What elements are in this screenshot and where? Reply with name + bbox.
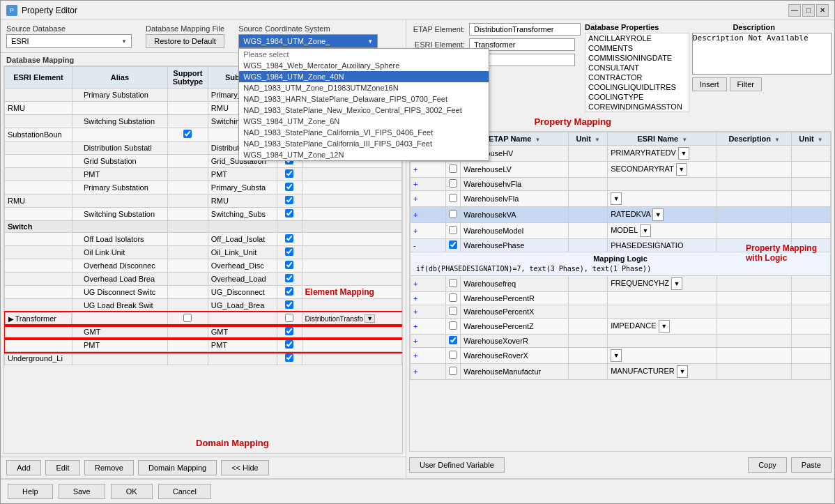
plus-icon[interactable]: + — [413, 165, 418, 174]
cell-ski — [277, 352, 302, 365]
cell-check — [446, 207, 461, 223]
source-db-dropdown[interactable]: ESRI ▼ — [6, 34, 132, 48]
cell-etap: WarehousePercentX — [461, 305, 569, 319]
transformer-row[interactable]: ▶ Transformer DistributionTransfo ▼ — [5, 312, 402, 326]
db-prop-ancillaryrole[interactable]: ANCILLARYROLE — [585, 33, 689, 43]
bottom-bar: Help Save OK Cancel — [1, 478, 834, 503]
coord-option-placeholder[interactable]: Please select — [239, 49, 489, 60]
prop-row: + WarehouseXoverR — [411, 335, 831, 348]
cell-unit — [569, 178, 608, 191]
coord-option-5[interactable]: NAD_1983_StatePlane_New_Mexico_Central_F… — [239, 105, 489, 116]
cell-alias: GMT — [72, 326, 167, 339]
db-prop-coolingliquid[interactable]: COOLINGLIQUIDLITRES — [585, 82, 689, 92]
filter-button[interactable]: Filter — [730, 77, 762, 91]
restore-default-button[interactable]: Restore to Default — [146, 34, 224, 48]
plus-icon[interactable]: + — [413, 194, 418, 203]
minus-icon[interactable]: - — [413, 241, 416, 250]
plus-icon[interactable]: + — [413, 337, 418, 345]
esri-dropdown[interactable]: ▼ — [677, 365, 688, 378]
plus-icon[interactable]: + — [413, 294, 418, 303]
esri-dropdown[interactable]: ▼ — [671, 277, 682, 290]
esri-dropdown[interactable]: ▼ — [659, 320, 670, 333]
domain-mapping-button[interactable]: Domain Mapping — [138, 460, 217, 475]
esri-dropdown[interactable]: ▼ — [676, 163, 687, 176]
cell-subtypes: Oil_Link_Unit — [208, 246, 277, 259]
esri-dropdown[interactable]: ▼ — [611, 192, 622, 205]
expand-icon[interactable]: ▶ — [8, 315, 14, 323]
db-prop-corewinding[interactable]: COREWINDINGMASSTON — [585, 102, 689, 112]
paste-button[interactable]: Paste — [791, 457, 832, 473]
cancel-button[interactable]: Cancel — [158, 484, 211, 499]
coord-option-8[interactable]: NAD_1983_StatePlane_California_III_FIPS_… — [239, 138, 489, 149]
coord-option-7[interactable]: NAD_1983_StatePlane_California_VI_FIPS_0… — [239, 127, 489, 138]
db-prop-comments[interactable]: COMMENTS — [585, 43, 689, 53]
cell-logic: + — [411, 162, 446, 178]
copy-button[interactable]: Copy — [748, 457, 787, 473]
plus-icon[interactable]: + — [413, 227, 418, 235]
save-button[interactable]: Save — [59, 484, 105, 499]
db-props-list[interactable]: ANCILLARYROLE COMMENTS COMMISSIONINGDATE… — [585, 33, 689, 112]
plus-icon[interactable]: + — [413, 351, 418, 360]
cell-subtypes — [208, 352, 277, 365]
ph-esri-name: ESRI Name ▼ — [608, 132, 717, 146]
coord-option-4[interactable]: NAD_1983_HARN_StatePlane_Delaware_FIPS_0… — [239, 93, 489, 105]
etap-element-input[interactable]: DistributionTransformer — [469, 23, 581, 36]
cell-esri-name: SECONDARYRAT ▼ — [608, 162, 717, 178]
db-prop-coolingtype[interactable]: COOLINGTYPE — [585, 92, 689, 102]
plus-icon[interactable]: + — [413, 211, 418, 219]
esri-dropdown[interactable]: ▼ — [652, 208, 664, 221]
description-textarea[interactable]: Description Not Available — [692, 33, 832, 75]
cell-etap: WarehousehvFla — [461, 178, 569, 191]
cell-dist-dropdown[interactable]: DistributionTransfo ▼ — [302, 312, 401, 326]
dist-dropdown-arrow[interactable]: ▼ — [365, 314, 375, 323]
prop-mapping-table-container[interactable]: Property Mappingwith Logic Logic ▼ ETAP … — [409, 131, 832, 452]
add-button[interactable]: Add — [6, 460, 41, 475]
db-prop-consultant[interactable]: CONSULTANT — [585, 63, 689, 72]
hide-button[interactable]: << Hide — [221, 460, 269, 475]
coord-option-1[interactable]: WGS_1984_Web_Mercator_Auxiliary_Sphere — [239, 60, 489, 71]
cell-esri — [5, 168, 72, 181]
cell-unit — [569, 207, 608, 223]
plus-icon[interactable]: + — [413, 367, 418, 376]
cell-logic: + — [411, 207, 446, 223]
plus-icon[interactable]: + — [413, 322, 418, 330]
coord-option-9[interactable]: WGS_1984_UTM_Zone_12N — [239, 149, 489, 160]
cell-esri — [5, 142, 72, 155]
cell-logic: + — [411, 276, 446, 292]
cell-ski — [277, 326, 302, 339]
cell-esri — [5, 299, 72, 312]
plus-icon[interactable]: + — [413, 307, 418, 316]
db-prop-contractor[interactable]: CONTRACTOR — [585, 72, 689, 82]
cell-logic: + — [411, 191, 446, 207]
esri-dropdown[interactable]: ▼ — [611, 349, 622, 362]
table-row: Underground_Li — [5, 352, 402, 365]
cell-unit — [569, 191, 608, 207]
coord-system-dropdown[interactable]: WGS_1984_UTM_Zone_ ▼ — [238, 34, 378, 48]
cell-extra — [302, 326, 401, 339]
coord-option-selected[interactable]: WGS_1984_UTM_Zone_40N — [239, 71, 489, 82]
cell-alias: Switching Substation — [72, 115, 167, 128]
minimize-button[interactable]: — — [788, 4, 801, 17]
maximize-button[interactable]: □ — [802, 4, 815, 17]
esri-dropdown[interactable]: ▼ — [640, 224, 651, 237]
remove-button[interactable]: Remove — [84, 460, 134, 475]
cell-etap: WarehousekVA — [461, 207, 569, 223]
plus-icon[interactable]: + — [413, 180, 418, 188]
ok-button[interactable]: OK — [111, 484, 153, 499]
ph-unit: Unit ▼ — [569, 132, 608, 146]
cell-unit2 — [791, 335, 830, 348]
db-prop-commissioningdate[interactable]: COMMISSIONINGDATE — [585, 53, 689, 63]
plus-icon[interactable]: + — [413, 280, 418, 288]
cell-ski — [277, 181, 302, 194]
copy-paste-buttons: Copy Paste — [748, 457, 832, 473]
esri-dropdown[interactable]: ▼ — [678, 147, 689, 160]
close-button[interactable]: ✕ — [816, 4, 829, 17]
insert-button[interactable]: Insert — [692, 77, 727, 91]
source-db-row: Source Database ESRI ▼ Database Mapping … — [1, 20, 406, 52]
cell-ski — [277, 286, 302, 299]
coord-option-6[interactable]: WGS_1984_UTM_Zone_6N — [239, 116, 489, 127]
help-button[interactable]: Help — [8, 484, 53, 499]
coord-option-3[interactable]: NAD_1983_UTM_Zone_D1983UTMZone16N — [239, 82, 489, 93]
edit-button[interactable]: Edit — [45, 460, 80, 475]
user-defined-variable-button[interactable]: User Defined Variable — [409, 457, 505, 473]
